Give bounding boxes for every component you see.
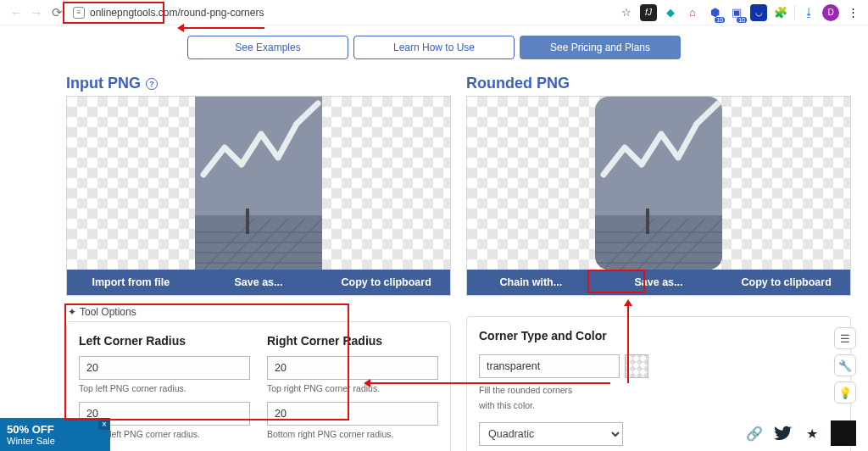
- right-radius-title: Right Corner Radius: [267, 334, 438, 348]
- top-left-hint: Top left PNG corner radius.: [79, 383, 250, 393]
- extension-icon[interactable]: ▣: [728, 4, 745, 21]
- input-actions: Import from file Save as... Copy to clip…: [67, 270, 450, 295]
- list-icon[interactable]: ☰: [834, 327, 856, 349]
- top-right-radius-input[interactable]: [267, 356, 438, 380]
- input-image: [195, 97, 322, 270]
- wrench-icon[interactable]: 🔧: [834, 354, 856, 376]
- promo-percent: 50% OFF: [7, 423, 103, 436]
- bookmark-star-icon[interactable]: ☆: [618, 4, 635, 21]
- download-icon[interactable]: ⭳: [800, 4, 817, 21]
- help-icon[interactable]: ?: [146, 78, 158, 90]
- address-bar[interactable]: ≡ onlinepngtools.com/round-png-corners: [68, 3, 611, 23]
- learn-how-button[interactable]: Learn How to Use: [353, 36, 515, 59]
- radius-controls: Left Corner Radius Top left PNG corner r…: [79, 334, 438, 448]
- link-icon[interactable]: 🔗: [744, 423, 765, 443]
- svg-rect-6: [646, 209, 649, 234]
- promo-label: Winter Sale: [7, 436, 103, 446]
- top-left-radius-input[interactable]: [79, 356, 250, 380]
- color-swatch[interactable]: [625, 354, 648, 378]
- browser-chrome: ← → ⟳ ≡ onlinepngtools.com/round-png-cor…: [0, 0, 868, 25]
- twitter-icon[interactable]: [773, 423, 793, 443]
- output-image: [595, 97, 722, 270]
- extension-icon[interactable]: ◆: [662, 4, 679, 21]
- extension-icon[interactable]: ⬢: [706, 4, 723, 21]
- save-as-button[interactable]: Save as...: [595, 270, 723, 295]
- extension-icon[interactable]: ◡: [750, 4, 767, 21]
- copy-clipboard-button[interactable]: Copy to clipboard: [322, 270, 450, 295]
- corner-type-select[interactable]: Quadratic: [479, 422, 623, 446]
- output-actions: Chain with... Save as... Copy to clipboa…: [467, 270, 850, 295]
- close-icon[interactable]: ×: [98, 418, 110, 430]
- social-bar: 🔗 ★: [744, 420, 856, 446]
- output-title: Rounded PNG: [466, 75, 851, 92]
- input-title: Input PNG ?: [66, 75, 451, 92]
- tool-options-label: Tool Options: [80, 306, 136, 318]
- extensions-menu-icon[interactable]: 🧩: [772, 4, 789, 21]
- right-radius-col: Right Corner Radius Top right PNG corner…: [267, 334, 438, 448]
- input-canvas[interactable]: [67, 97, 450, 270]
- annotation-arrow: [180, 27, 264, 29]
- input-column: Input PNG ? Import from file Save as.: [66, 75, 451, 451]
- output-title-text: Rounded PNG: [466, 75, 570, 92]
- output-canvas[interactable]: [467, 97, 850, 270]
- divider: [794, 5, 795, 20]
- main-area: Input PNG ? Import from file Save as.: [0, 75, 868, 451]
- blackbox-widget[interactable]: [831, 420, 856, 446]
- input-panel: Import from file Save as... Copy to clip…: [66, 96, 451, 296]
- import-button[interactable]: Import from file: [67, 270, 195, 295]
- back-button[interactable]: ←: [7, 3, 25, 22]
- bottom-right-radius-input[interactable]: [267, 402, 438, 426]
- input-title-text: Input PNG: [66, 75, 141, 92]
- tool-options-box: Left Corner Radius Top left PNG corner r…: [66, 321, 451, 451]
- output-column: Rounded PNG: [466, 75, 851, 451]
- save-as-button[interactable]: Save as...: [195, 270, 323, 295]
- corner-type-title: Corner Type and Color: [479, 329, 838, 342]
- see-examples-button[interactable]: See Examples: [187, 36, 348, 59]
- chrome-extension-area: ☆ fJ ◆ ⌂ ⬢ ▣ ◡ 🧩 ⭳ D ⋮: [618, 4, 861, 21]
- color-hint-1: Fill the rounded corners: [479, 385, 838, 395]
- profile-avatar[interactable]: D: [822, 4, 839, 21]
- top-action-bar: See Examples Learn How to Use See Pricin…: [0, 36, 868, 59]
- reload-button[interactable]: ⟳: [47, 3, 66, 22]
- extension-icon[interactable]: fJ: [640, 4, 657, 21]
- corner-color-input[interactable]: [479, 354, 620, 378]
- chain-with-button[interactable]: Chain with...: [467, 270, 595, 295]
- bottom-right-hint: Bottom right PNG corner radius.: [267, 429, 438, 439]
- lightbulb-icon[interactable]: 💡: [834, 381, 856, 404]
- copy-clipboard-button[interactable]: Copy to clipboard: [722, 270, 850, 295]
- floating-toolbar: ☰ 🔧 💡: [834, 327, 856, 404]
- output-panel: Chain with... Save as... Copy to clipboa…: [466, 96, 851, 296]
- kebab-menu-icon[interactable]: ⋮: [844, 4, 861, 21]
- extension-icon[interactable]: ⌂: [684, 4, 701, 21]
- color-hint-2: with this color.: [479, 400, 838, 410]
- svg-rect-2: [246, 209, 249, 234]
- url-text: onlinepngtools.com/round-png-corners: [90, 7, 264, 19]
- wand-icon: ✦: [68, 306, 76, 318]
- forward-button[interactable]: →: [27, 3, 46, 22]
- site-info-icon[interactable]: ≡: [73, 7, 85, 19]
- left-radius-title: Left Corner Radius: [79, 334, 250, 348]
- pricing-button[interactable]: See Pricing and Plans: [520, 36, 681, 59]
- tool-options-header: ✦ Tool Options: [68, 306, 451, 318]
- favorite-star-icon[interactable]: ★: [802, 423, 822, 443]
- top-right-hint: Top right PNG corner radius.: [267, 383, 438, 393]
- promo-banner[interactable]: × 50% OFF Winter Sale: [0, 418, 110, 451]
